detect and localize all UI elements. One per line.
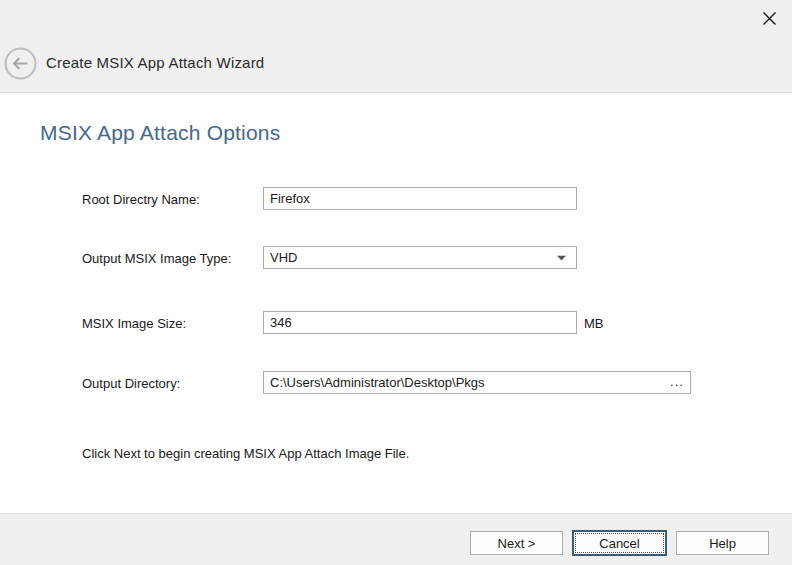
selected-image-type: VHD (270, 250, 557, 265)
wizard-footer: Next > Cancel Help (0, 513, 792, 565)
msix-image-size-input[interactable] (263, 311, 577, 334)
back-button[interactable] (4, 47, 37, 80)
close-icon (762, 11, 777, 26)
wizard-dialog: Create MSIX App Attach Wizard MSIX App A… (0, 0, 792, 565)
root-directory-name-input[interactable] (263, 187, 577, 210)
wizard-header: Create MSIX App Attach Wizard (0, 0, 792, 93)
wizard-body: MSIX App Attach Options Root Directry Na… (0, 94, 792, 513)
cancel-button[interactable]: Cancel (572, 530, 667, 556)
wizard-title: Create MSIX App Attach Wizard (46, 54, 264, 71)
size-unit-label: MB (584, 316, 604, 331)
close-button[interactable] (759, 8, 779, 28)
chevron-down-icon (557, 255, 566, 261)
output-msix-image-type-select[interactable]: VHD (263, 246, 577, 269)
msix-image-size-label: MSIX Image Size: (82, 316, 186, 331)
instruction-text: Click Next to begin creating MSIX App At… (82, 446, 409, 461)
output-directory-input[interactable] (263, 371, 691, 394)
browse-button[interactable]: ... (666, 372, 688, 391)
next-button[interactable]: Next > (470, 531, 563, 555)
output-directory-label: Output Directory: (82, 376, 180, 391)
output-msix-image-type-label: Output MSIX Image Type: (82, 251, 231, 266)
root-directory-name-label: Root Directry Name: (82, 192, 200, 207)
help-button[interactable]: Help (676, 531, 769, 555)
back-arrow-icon (4, 47, 37, 80)
page-title: MSIX App Attach Options (40, 121, 280, 145)
